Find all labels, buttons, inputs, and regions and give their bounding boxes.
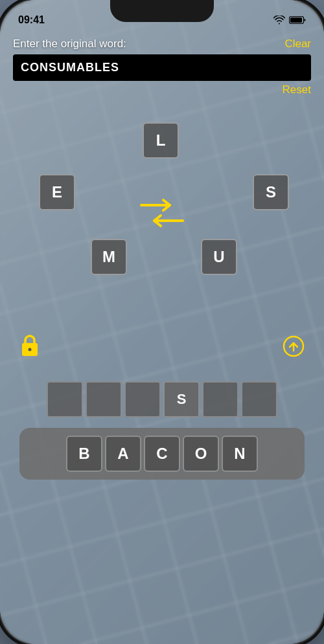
svg-point-3 <box>29 348 32 351</box>
status-time: 09:41 <box>18 14 45 26</box>
status-icons <box>273 16 306 25</box>
answer-slot-1[interactable] <box>47 381 83 417</box>
svg-rect-1 <box>290 17 302 23</box>
upload-icon[interactable] <box>283 335 305 362</box>
notch <box>110 0 214 22</box>
main-content: Enter the original word: Clear CONSUMABL… <box>0 32 324 480</box>
reset-button[interactable]: Reset <box>283 83 311 96</box>
key-B[interactable]: B <box>66 436 102 472</box>
tile-L[interactable]: L <box>143 122 179 159</box>
phone-screen: 09:41 Enter the <box>0 0 324 644</box>
key-C[interactable]: C <box>144 436 180 472</box>
wifi-icon <box>273 16 285 25</box>
tile-M[interactable]: M <box>91 239 127 275</box>
header-row: Enter the original word: Clear <box>13 32 311 54</box>
key-A[interactable]: A <box>105 436 141 472</box>
tile-U[interactable]: U <box>201 239 237 275</box>
answer-slot-2[interactable] <box>86 381 122 417</box>
word-input-text: CONSUMABLES <box>21 61 119 74</box>
battery-icon <box>289 16 306 25</box>
game-area: L E S M U <box>13 103 311 375</box>
tile-S[interactable]: S <box>253 174 289 210</box>
answer-slot-s[interactable]: S <box>163 381 200 417</box>
key-O[interactable]: O <box>183 436 219 472</box>
phone-frame: 09:41 Enter the <box>0 0 324 644</box>
word-input-bar[interactable]: CONSUMABLES <box>13 54 311 81</box>
answer-slots: S <box>19 381 305 417</box>
key-N[interactable]: N <box>222 436 258 472</box>
header-label: Enter the original word: <box>13 38 126 50</box>
clear-button[interactable]: Clear <box>284 38 311 50</box>
reset-row: Reset <box>13 83 311 96</box>
answer-slot-5[interactable] <box>241 381 277 417</box>
shuffle-icon[interactable] <box>136 194 188 232</box>
lock-icon[interactable] <box>19 333 40 362</box>
tile-E[interactable]: E <box>39 174 75 210</box>
keyboard-row: B A C O N <box>19 428 305 480</box>
answer-slot-4[interactable] <box>202 381 238 417</box>
answer-slot-3[interactable] <box>124 381 161 417</box>
